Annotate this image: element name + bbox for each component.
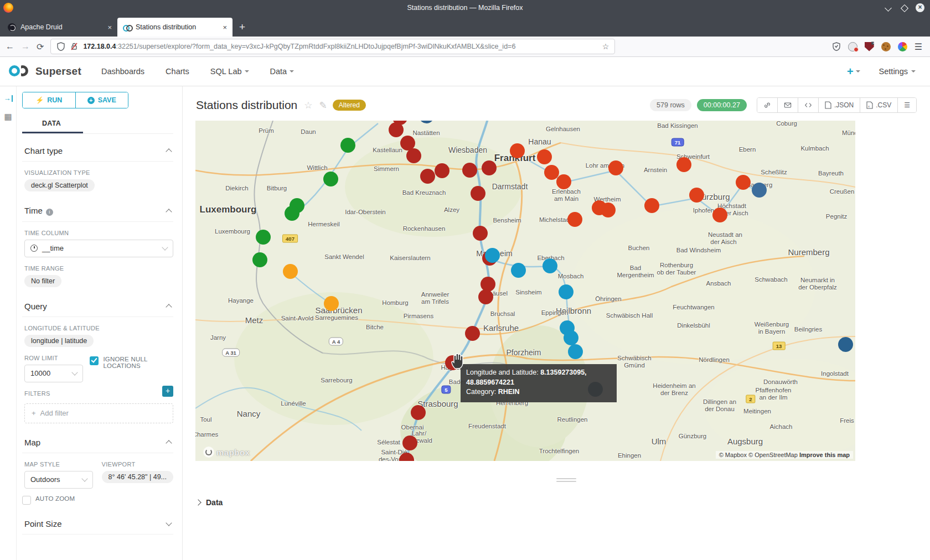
station-dot[interactable] — [389, 122, 404, 137]
station-dot[interactable] — [544, 165, 559, 180]
station-dot[interactable] — [324, 296, 339, 311]
station-dot[interactable] — [567, 212, 582, 227]
ublock-extension-icon[interactable]: 2 — [865, 42, 874, 51]
window-minimize-button[interactable] — [885, 4, 892, 12]
section-point-size-header[interactable]: Point Size — [22, 516, 173, 535]
time-column-select[interactable]: __time — [24, 240, 173, 257]
station-dot[interactable] — [568, 344, 583, 359]
station-dot[interactable] — [478, 289, 493, 304]
insecure-lock-icon[interactable] — [70, 42, 79, 51]
station-dot[interactable] — [482, 160, 497, 175]
reload-button[interactable]: ⟳ — [37, 42, 44, 52]
station-dot[interactable] — [473, 226, 488, 241]
window-close-button[interactable]: × — [916, 3, 924, 12]
export-csv-button[interactable]: x .CSV — [860, 98, 898, 112]
station-dot[interactable] — [256, 230, 271, 245]
station-dot[interactable] — [340, 138, 355, 153]
nav-item-sql-lab[interactable]: SQL Lab — [210, 67, 249, 76]
tab-data[interactable]: DATA — [42, 116, 61, 132]
map-attribution[interactable]: © Mapbox © OpenStreetMap Improve this ma… — [716, 451, 853, 459]
save-button[interactable]: +SAVE — [76, 92, 128, 108]
station-dot[interactable] — [676, 157, 691, 172]
section-map-header[interactable]: Map — [22, 434, 173, 453]
station-dot[interactable] — [564, 330, 578, 345]
station-dot[interactable] — [402, 435, 417, 450]
pocket-extension-icon[interactable] — [832, 42, 841, 51]
settings-menu[interactable]: Settings — [879, 67, 916, 76]
station-dot[interactable] — [411, 405, 426, 420]
station-dot[interactable] — [323, 172, 338, 186]
tab-apache-druid[interactable]: Apache Druid × — [2, 18, 117, 37]
auto-zoom-checkbox[interactable]: AUTO ZOOM — [22, 495, 93, 505]
favorite-star-icon[interactable]: ☆ — [304, 100, 312, 111]
add-filter-box[interactable]: + Add filter — [24, 403, 173, 423]
bookmark-star-icon[interactable]: ☆ — [602, 42, 609, 51]
station-dot[interactable] — [471, 186, 485, 201]
checkbox-unchecked-icon[interactable] — [22, 496, 31, 505]
collapse-panel-icon[interactable]: → — [4, 95, 13, 102]
chart-menu-button[interactable]: ☰ — [898, 98, 916, 112]
lonlat-value[interactable]: longitude | latitude — [24, 335, 94, 347]
new-chart-button[interactable]: + — [847, 65, 860, 78]
tab-close-icon[interactable]: × — [107, 23, 112, 32]
station-dot[interactable] — [511, 263, 526, 278]
station-dot[interactable] — [285, 206, 299, 221]
station-dot[interactable] — [485, 248, 500, 263]
station-dot[interactable] — [465, 326, 480, 341]
station-dot[interactable] — [435, 163, 450, 178]
checkbox-checked-icon[interactable] — [90, 356, 99, 365]
cookie-extension-icon[interactable] — [881, 42, 891, 51]
station-dot[interactable] — [689, 188, 704, 203]
section-time-header[interactable]: Timei — [22, 203, 173, 222]
embed-code-button[interactable] — [798, 98, 819, 112]
new-tab-button[interactable]: + — [232, 21, 252, 37]
edit-properties-icon[interactable]: ✎ — [319, 100, 327, 111]
tab-close-icon[interactable]: × — [223, 23, 227, 32]
nav-item-data[interactable]: Data — [270, 67, 294, 76]
tracking-shield-icon[interactable] — [56, 42, 65, 51]
station-dot[interactable] — [406, 148, 421, 163]
nav-item-dashboards[interactable]: Dashboards — [101, 67, 144, 76]
multi-account-extension-icon[interactable] — [848, 42, 857, 51]
station-dot[interactable] — [752, 183, 767, 198]
station-dot[interactable] — [556, 174, 571, 189]
section-chart-type-header[interactable]: Chart type — [22, 143, 173, 162]
data-section-toggle[interactable]: Data — [196, 498, 917, 507]
ignore-null-checkbox[interactable]: IGNORE NULL LOCATIONS — [90, 356, 173, 382]
back-button[interactable]: ← — [6, 42, 14, 51]
url-field[interactable]: 172.18.0.4:32251/superset/explore/?form_… — [50, 39, 615, 54]
station-dot[interactable] — [462, 163, 477, 178]
station-dot[interactable] — [283, 264, 298, 279]
station-dot[interactable] — [838, 337, 853, 352]
station-dot[interactable] — [601, 203, 616, 217]
row-limit-select[interactable]: 10000 — [24, 365, 83, 382]
map-style-select[interactable]: Outdoors — [24, 471, 93, 489]
viz-type-value[interactable]: deck.gl Scatterplot — [24, 179, 95, 191]
station-dot[interactable] — [736, 175, 751, 190]
forward-button[interactable]: → — [21, 42, 30, 51]
panel-resize-handle[interactable] — [556, 478, 576, 482]
station-dot[interactable] — [542, 258, 557, 273]
station-dot[interactable] — [608, 160, 623, 175]
email-button[interactable] — [778, 98, 798, 112]
export-json-button[interactable]: .JSON — [819, 98, 860, 112]
station-dot[interactable] — [510, 143, 525, 158]
station-dot[interactable] — [644, 198, 659, 213]
add-filter-plus-button[interactable]: + — [162, 386, 173, 397]
station-dot[interactable] — [420, 169, 435, 184]
improve-map-link[interactable]: Improve this map — [799, 452, 850, 458]
copy-link-button[interactable] — [757, 98, 778, 112]
superset-logo[interactable]: Superset — [9, 64, 81, 79]
section-query-header[interactable]: Query — [22, 298, 173, 317]
run-button[interactable]: ⚡RUN — [23, 92, 76, 108]
station-dot[interactable] — [537, 149, 552, 164]
pinwheel-extension-icon[interactable] — [898, 42, 907, 51]
station-dot[interactable] — [252, 252, 267, 267]
viewport-value[interactable]: 8° 46' 45.28" | 49... — [102, 471, 173, 483]
deckgl-map[interactable]: Longitude and Latitude: 8.1359273095, 48… — [195, 121, 855, 461]
tab-stations-distribution[interactable]: Stations distribution × — [117, 18, 232, 37]
station-dot[interactable] — [480, 277, 495, 292]
firefox-menu-icon[interactable]: ☰ — [914, 42, 922, 52]
dataset-grid-icon[interactable]: ▦ — [4, 112, 12, 122]
station-dot[interactable] — [712, 208, 727, 222]
